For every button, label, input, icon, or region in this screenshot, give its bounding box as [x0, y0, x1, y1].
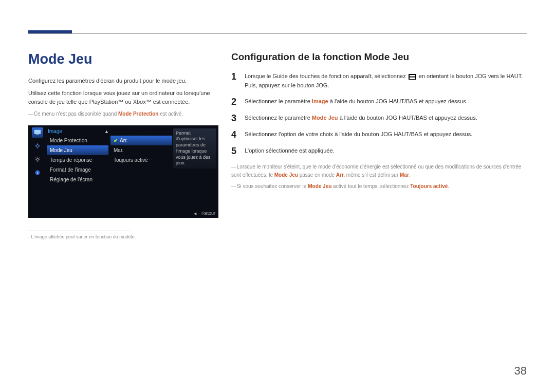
note-b: Si vous souhaitez conserver le Mode Jeu … — [231, 182, 527, 191]
step-text-bold: Image — [312, 98, 328, 104]
note-a-mid1: passe en mode — [298, 172, 336, 178]
note-a-mid2: même s'il est défini sur — [345, 172, 400, 178]
osd-option: Mar. — [110, 145, 172, 155]
step-text-post: à l'aide du bouton JOG HAUT/BAS et appuy… — [338, 115, 477, 121]
availability-note: Ce menu n'est pas disponible quand Mode … — [28, 110, 218, 118]
step-4: 4 Sélectionnez l'option de votre choix à… — [231, 130, 527, 139]
menu-icon — [409, 74, 416, 80]
step-text: Sélectionnez l'option de votre choix à l… — [245, 130, 527, 139]
intro-text-2: Utilisez cette fonction lorsque vous jou… — [28, 89, 218, 107]
step-text-post: à l'aide du bouton JOG HAUT/BAS et appuy… — [328, 98, 468, 104]
note-a-b3: Mar — [400, 172, 409, 178]
note-post: est activé. — [158, 111, 183, 117]
scroll-up-icon: ▲ — [104, 129, 109, 134]
svg-rect-1 — [36, 134, 39, 135]
gear-icon — [32, 154, 43, 164]
svg-rect-0 — [34, 130, 41, 134]
subsection-title: Configuration de la fonction Mode Jeu — [231, 51, 527, 63]
step-number: 1 — [231, 72, 238, 90]
osd-item: Temps de réponse — [47, 155, 108, 165]
note-a-b1: Mode Jeu — [274, 172, 298, 178]
image-varies-footnote: L'image affichée peut varier en fonction… — [28, 234, 218, 239]
osd-item: Mode Protection — [47, 136, 108, 145]
svg-point-3 — [36, 158, 39, 160]
step-1: 1 Lorsque le Guide des touches de foncti… — [231, 72, 527, 90]
step-text: Sélectionnez le paramètre Mode Jeu à l'a… — [245, 114, 527, 123]
info-icon: i — [32, 167, 43, 178]
osd-option-selected: Arr. — [110, 136, 172, 145]
note-a-post: . — [409, 172, 411, 178]
step-text-bold: Mode Jeu — [312, 115, 338, 121]
step-number: 5 — [231, 146, 238, 156]
step-list: 1 Lorsque le Guide des touches de foncti… — [231, 72, 527, 156]
note-bold: Mode Protection — [118, 111, 158, 117]
note-a: Lorsque le moniteur s'éteint, que le mod… — [231, 163, 527, 179]
page: Mode Jeu Configurez les paramètres d'écr… — [0, 0, 555, 392]
step-text: Lorsque le Guide des touches de fonction… — [245, 72, 527, 90]
note-b-pre: Si vous souhaitez conserver le — [237, 183, 308, 189]
osd-screenshot: i Image ▲ Mode Protection Mode Jeu Temps… — [28, 125, 218, 218]
right-column: Configuration de la fonction Mode Jeu 1 … — [231, 51, 527, 239]
osd-sidebar: i — [30, 127, 45, 178]
target-icon — [32, 141, 43, 151]
osd-footer: ◀Retour — [194, 211, 215, 216]
step-2: 2 Sélectionnez le paramètre Image à l'ai… — [231, 97, 527, 106]
note-b-mid: activé tout le temps, sélectionnez — [331, 183, 410, 189]
step-number: 3 — [231, 114, 238, 123]
osd-item: Réglage de l'écran — [47, 175, 108, 184]
step-text: Sélectionnez le paramètre Image à l'aide… — [245, 97, 527, 106]
back-arrow-icon: ◀ — [194, 212, 196, 215]
osd-option-list: Arr. Mar. Toujours activé — [110, 136, 172, 165]
note-a-b2: Arr. — [336, 172, 345, 178]
footnote-separator — [28, 231, 131, 231]
step-text-pre: Sélectionnez le paramètre — [245, 98, 312, 104]
osd-item-selected: Mode Jeu — [47, 145, 108, 155]
header-rule — [28, 33, 527, 34]
back-label: Retour — [201, 211, 215, 216]
step-text-pre: Sélectionnez le paramètre — [245, 115, 312, 121]
page-number: 38 — [514, 364, 527, 378]
osd-category-label: Image — [48, 128, 62, 134]
step-5: 5 L'option sélectionnée est appliquée. — [231, 146, 527, 156]
step-number: 4 — [231, 130, 238, 139]
step-number: 2 — [231, 97, 238, 106]
note-b-b2: Toujours activé — [410, 183, 448, 189]
osd-option: Toujours activé — [110, 155, 172, 165]
step-text-pre: Lorsque le Guide des touches de fonction… — [245, 73, 408, 79]
svg-point-2 — [36, 144, 39, 147]
osd-menu-list: Mode Protection Mode Jeu Temps de répons… — [47, 136, 108, 184]
note-pre: Ce menu n'est pas disponible quand — [34, 111, 118, 117]
osd-item: Format de l'image — [47, 165, 108, 175]
step-3: 3 Sélectionnez le paramètre Mode Jeu à l… — [231, 114, 527, 123]
section-title: Mode Jeu — [28, 51, 218, 67]
left-column: Mode Jeu Configurez les paramètres d'écr… — [28, 51, 218, 239]
step-text: L'option sélectionnée est appliquée. — [245, 146, 527, 156]
svg-text:i: i — [37, 171, 38, 174]
intro-text-1: Configurez les paramètres d'écran du pro… — [28, 77, 218, 86]
note-b-post: . — [448, 183, 449, 189]
monitor-icon — [32, 127, 43, 138]
osd-description: Permet d'optimiser les paramètres de l'i… — [173, 128, 216, 169]
note-b-b1: Mode Jeu — [308, 183, 331, 189]
content-columns: Mode Jeu Configurez les paramètres d'écr… — [28, 51, 527, 239]
